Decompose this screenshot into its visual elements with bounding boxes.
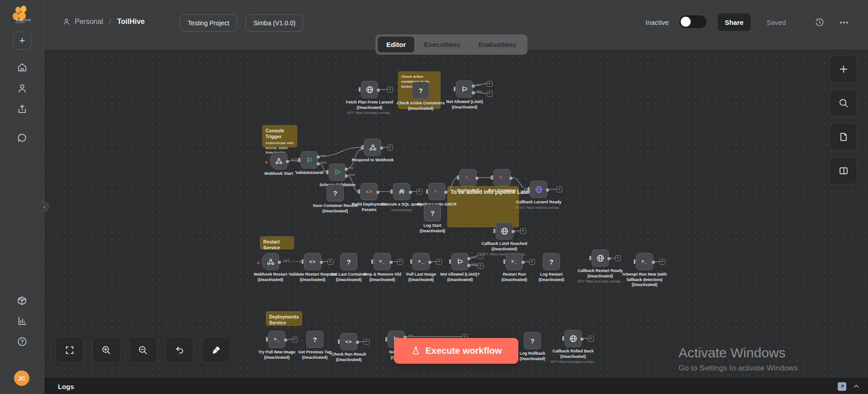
output-port[interactable] — [467, 264, 470, 267]
webhook-start-node[interactable] — [270, 152, 287, 169]
output-port[interactable] — [317, 155, 320, 159]
execute-sql-query-node[interactable] — [393, 183, 410, 200]
input-port[interactable] — [410, 259, 412, 264]
output-port[interactable] — [345, 174, 348, 178]
log-restart-node[interactable]: ? — [543, 253, 560, 270]
input-port[interactable] — [327, 170, 328, 174]
attempt-run-new-node[interactable]: >_ — [636, 253, 653, 270]
save-container-record-node[interactable]: ? — [327, 184, 344, 202]
add-connection-button[interactable]: + — [436, 259, 442, 265]
not-allowed-limit-node[interactable] — [456, 80, 473, 98]
user-avatar[interactable]: JC — [14, 371, 29, 386]
input-port[interactable] — [457, 175, 459, 180]
add-connection-button[interactable]: + — [478, 263, 484, 269]
get-previous-tag-node[interactable]: ? — [306, 331, 323, 348]
add-connection-button[interactable]: + — [417, 189, 422, 195]
output-port[interactable] — [472, 91, 475, 94]
output-port[interactable] — [377, 89, 380, 92]
add-connection-button[interactable]: + — [387, 87, 393, 93]
chevron-up-icon[interactable] — [853, 383, 860, 390]
output-port[interactable] — [380, 146, 383, 150]
add-connection-button[interactable]: + — [529, 259, 535, 265]
check-active-containers-node[interactable]: ? — [412, 82, 429, 99]
sidebar-item-users[interactable] — [16, 83, 28, 94]
input-port[interactable] — [634, 259, 636, 264]
execute-workflow-button[interactable]: Execute workflow — [394, 338, 518, 364]
input-port[interactable] — [503, 259, 505, 264]
project-badge[interactable]: Testing Project — [180, 14, 237, 32]
input-port[interactable] — [391, 189, 393, 194]
breadcrumb-project[interactable]: Personal — [75, 18, 103, 26]
output-port[interactable] — [376, 191, 379, 194]
output-port[interactable] — [580, 338, 583, 341]
input-port[interactable] — [266, 337, 268, 342]
open-logs-panel-button[interactable] — [838, 382, 846, 391]
toggle-panel-button[interactable] — [830, 157, 857, 184]
tab-editor[interactable]: Editor — [378, 37, 414, 52]
log-start-node[interactable]: ? — [424, 204, 441, 221]
output-port[interactable] — [320, 261, 323, 264]
add-connection-button[interactable]: + — [327, 259, 333, 265]
sidebar-item-home[interactable] — [16, 61, 28, 73]
check-run-result-node[interactable]: <> — [340, 333, 357, 350]
sticky-note[interactable]: Deployments Service — [266, 311, 302, 326]
output-port[interactable] — [512, 230, 515, 233]
validate-restart-request-node[interactable]: <> — [304, 253, 321, 270]
search-nodes-button[interactable] — [830, 89, 857, 117]
output-port[interactable] — [467, 257, 470, 260]
add-connection-button[interactable]: + — [659, 259, 665, 265]
input-port[interactable] — [493, 229, 495, 233]
add-connection-button[interactable]: + — [615, 255, 621, 261]
callback-laravel-ready-node[interactable] — [530, 181, 547, 198]
input-port[interactable] — [371, 259, 373, 264]
respond-to-webhook-node[interactable] — [364, 139, 381, 156]
validate-userid-node[interactable] — [301, 151, 318, 169]
input-port[interactable] — [454, 87, 455, 91]
add-connection-button[interactable]: + — [292, 337, 298, 342]
tab-executions[interactable]: Executions — [415, 37, 469, 52]
input-port[interactable] — [528, 187, 530, 192]
output-port[interactable] — [317, 162, 320, 165]
input-port[interactable] — [358, 189, 360, 194]
output-port[interactable] — [356, 341, 359, 344]
sidebar-item-help[interactable]: ? — [16, 336, 28, 347]
breadcrumb-workflow-name[interactable]: ToilHive — [117, 18, 145, 26]
schema-validation-node[interactable] — [329, 164, 346, 181]
undo-button[interactable] — [166, 337, 194, 363]
input-port[interactable] — [385, 337, 387, 342]
tab-evaluations[interactable]: Evaluations — [470, 37, 525, 52]
output-port[interactable] — [284, 338, 287, 342]
sticky-note[interactable]: Console TriggerAuthenticate with access_… — [262, 125, 297, 147]
stop-remove-old-node[interactable]: >_ — [374, 253, 391, 270]
output-port[interactable] — [522, 261, 525, 264]
pull-last-image-node[interactable]: >_ — [413, 253, 430, 270]
sticky-note[interactable]: Restart Service — [260, 236, 294, 249]
add-workflow-button[interactable]: + — [13, 32, 31, 50]
input-port[interactable] — [338, 339, 340, 344]
restart-run-node[interactable]: >_ — [506, 253, 523, 270]
callback-rolled-back-node[interactable] — [564, 330, 582, 347]
fetch-plan-from-laravel-node[interactable] — [361, 81, 378, 98]
share-button[interactable]: Share — [717, 13, 751, 31]
input-port[interactable] — [359, 87, 360, 92]
output-port[interactable] — [472, 84, 475, 88]
input-port[interactable] — [302, 259, 304, 264]
get-last-container-node[interactable]: ? — [340, 253, 357, 270]
output-port[interactable] — [475, 177, 479, 180]
input-port[interactable] — [491, 175, 493, 180]
history-button[interactable] — [814, 17, 825, 28]
add-connection-button[interactable]: + — [487, 91, 493, 97]
webhook-restart-node[interactable] — [262, 253, 279, 270]
build-deployment-params-node[interactable]: <> — [360, 183, 378, 200]
add-connection-button[interactable]: + — [588, 336, 594, 342]
fit-view-button[interactable] — [56, 337, 84, 363]
docker-pull-node[interactable]: >_ — [460, 169, 477, 186]
sidebar-item-insights[interactable] — [16, 315, 28, 327]
log-rollback-node[interactable]: ? — [524, 332, 541, 349]
output-port[interactable] — [509, 177, 512, 180]
output-port[interactable] — [428, 261, 432, 264]
logs-panel-header[interactable]: Logs — [44, 378, 868, 394]
callback-restart-ready-node[interactable] — [592, 249, 609, 267]
input-port[interactable] — [426, 189, 428, 194]
add-connection-button[interactable]: + — [487, 81, 493, 87]
